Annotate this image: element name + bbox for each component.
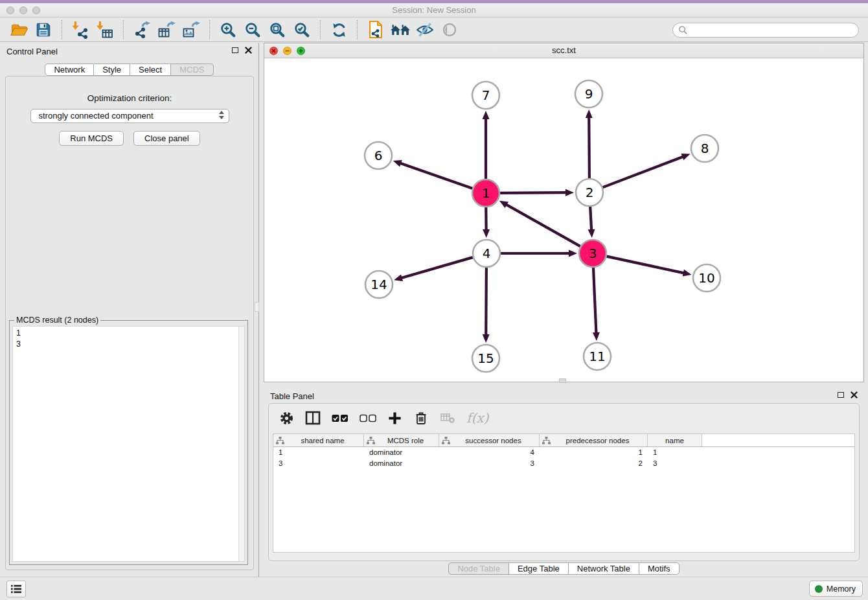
save-icon[interactable] [33, 19, 54, 40]
result-scrollbar[interactable] [238, 327, 244, 561]
graph-edge-3-11[interactable] [593, 268, 600, 341]
settings-gear-icon[interactable] [279, 411, 294, 426]
open-folder-icon[interactable] [8, 19, 29, 40]
graph-node-1[interactable]: 1 [472, 179, 499, 207]
float-panel-icon[interactable] [232, 47, 238, 53]
column-header-mcds-role[interactable]: MCDS role [364, 434, 439, 446]
column-header-successor-nodes[interactable]: successor nodes [439, 434, 540, 446]
result-line: 1 [16, 328, 241, 339]
graph-edge-3-10[interactable] [607, 257, 692, 277]
tab-edge-table[interactable]: Edge Table [509, 562, 569, 575]
split-panel-icon[interactable] [305, 411, 321, 425]
graph-node-2[interactable]: 2 [576, 179, 603, 206]
vertical-splitter-handle[interactable] [255, 302, 259, 312]
node-table[interactable]: shared nameMCDS rolesuccessor nodesprede… [273, 433, 855, 553]
graph-edge-4-15[interactable] [483, 268, 490, 343]
table-cell-predecessor-nodes[interactable]: 1 [540, 448, 648, 456]
refresh-icon[interactable] [328, 19, 349, 40]
close-panel-icon[interactable] [245, 47, 252, 54]
tab-network[interactable]: Network [45, 63, 94, 76]
column-header-label: MCDS role [375, 437, 436, 444]
graph-edge-1-6[interactable] [393, 160, 473, 189]
float-table-panel-icon[interactable] [838, 392, 844, 398]
graph-node-11[interactable]: 11 [584, 343, 611, 370]
table-cell-name[interactable]: 3 [648, 459, 702, 467]
graph-node-4[interactable]: 4 [473, 240, 500, 267]
attribute-tree-icon [542, 437, 551, 444]
graph-node-10[interactable]: 10 [693, 264, 720, 292]
graph-node-15[interactable]: 15 [472, 345, 499, 372]
zoom-selected-icon[interactable] [291, 19, 312, 40]
add-column-icon[interactable] [387, 411, 402, 426]
graph-edge-2-3[interactable] [588, 207, 595, 238]
tab-motifs[interactable]: Motifs [639, 562, 680, 575]
graph-node-6[interactable]: 6 [365, 142, 392, 169]
tab-mcds[interactable]: MCDS [171, 63, 213, 76]
horizontal-splitter-handle[interactable] [559, 378, 566, 383]
search-icon [678, 25, 688, 35]
mcds-result-area[interactable]: 13 [12, 326, 245, 562]
network-canvas[interactable]: 7968124314101511 [264, 58, 863, 382]
column-header-name[interactable]: name [648, 434, 702, 446]
export-network-icon[interactable] [131, 19, 152, 40]
dropdown-stepper-icon [219, 111, 224, 119]
import-network-icon[interactable] [70, 19, 91, 40]
table-row[interactable]: 1dominator411 [273, 447, 854, 458]
table-cell-successor-nodes[interactable]: 3 [439, 459, 540, 467]
graph-edge-2-8[interactable] [603, 154, 691, 187]
column-header-predecessor-nodes[interactable]: predecessor nodes [540, 434, 648, 446]
table-cell-mcds-role[interactable]: dominator [364, 448, 439, 456]
home-networks-icon[interactable] [390, 19, 411, 40]
zoom-out-icon[interactable] [242, 19, 263, 40]
table-row[interactable]: 3dominator323 [273, 458, 854, 469]
graph-node-8[interactable]: 8 [691, 135, 718, 162]
graph-node-14[interactable]: 14 [365, 271, 393, 298]
graph-edge-1-7[interactable] [483, 111, 490, 179]
close-table-panel-icon[interactable] [851, 391, 858, 398]
delete-column-icon[interactable] [413, 410, 429, 426]
table-cell-successor-nodes[interactable]: 4 [439, 448, 540, 456]
hide-eye-icon[interactable] [415, 19, 435, 40]
table-cell-name[interactable]: 1 [648, 448, 702, 456]
duplicate-network-icon[interactable] [365, 19, 386, 40]
table-cell-mcds-role[interactable]: dominator [364, 459, 439, 467]
tab-network-table[interactable]: Network Table [569, 562, 639, 575]
table-cell-shared-name[interactable]: 3 [273, 459, 364, 467]
zoom-in-icon[interactable] [218, 19, 238, 40]
zoom-fit-icon[interactable] [267, 19, 288, 40]
graph-edge-3-1[interactable] [499, 201, 580, 246]
table-panel-title: Table Panel [270, 391, 314, 401]
result-line: 3 [16, 339, 241, 350]
search-input[interactable] [691, 25, 853, 34]
export-image-icon[interactable] [181, 19, 201, 40]
graph-edge-4-14[interactable] [394, 257, 473, 281]
export-table-icon[interactable] [156, 19, 177, 40]
node-label: 11 [589, 349, 605, 364]
table-tabs: Node TableEdge TableNetwork TableMotifs [264, 562, 864, 575]
tab-node-table[interactable]: Node Table [448, 562, 509, 575]
close-panel-button[interactable]: Close panel [133, 131, 200, 146]
graph-node-7[interactable]: 7 [472, 82, 499, 109]
graph-edge-4-3[interactable] [501, 250, 577, 257]
graph-edge-1-4[interactable] [483, 207, 490, 238]
tab-style[interactable]: Style [94, 63, 130, 76]
status-bar: Memory [0, 577, 868, 600]
run-mcds-button[interactable]: Run MCDS [59, 131, 124, 146]
graph-edge-1-2[interactable] [500, 189, 574, 196]
graph-node-3[interactable]: 3 [579, 240, 606, 267]
search-field[interactable] [672, 23, 859, 38]
memory-button[interactable]: Memory [809, 581, 863, 597]
deselect-all-checkboxes-icon[interactable] [360, 414, 376, 422]
graph-edge-2-9[interactable] [586, 110, 593, 178]
select-all-checkboxes-icon[interactable] [332, 414, 348, 422]
import-table-icon[interactable] [95, 19, 115, 40]
table-cell-shared-name[interactable]: 1 [273, 448, 364, 456]
graph-node-9[interactable]: 9 [575, 80, 602, 108]
node-label: 4 [483, 246, 491, 261]
birdseye-icon[interactable] [439, 19, 460, 40]
criterion-dropdown[interactable]: strongly connected component [30, 109, 229, 123]
task-history-button[interactable] [6, 581, 26, 597]
tab-select[interactable]: Select [130, 63, 171, 76]
column-header-shared-name[interactable]: shared name [273, 434, 364, 446]
table-cell-predecessor-nodes[interactable]: 2 [540, 459, 648, 467]
